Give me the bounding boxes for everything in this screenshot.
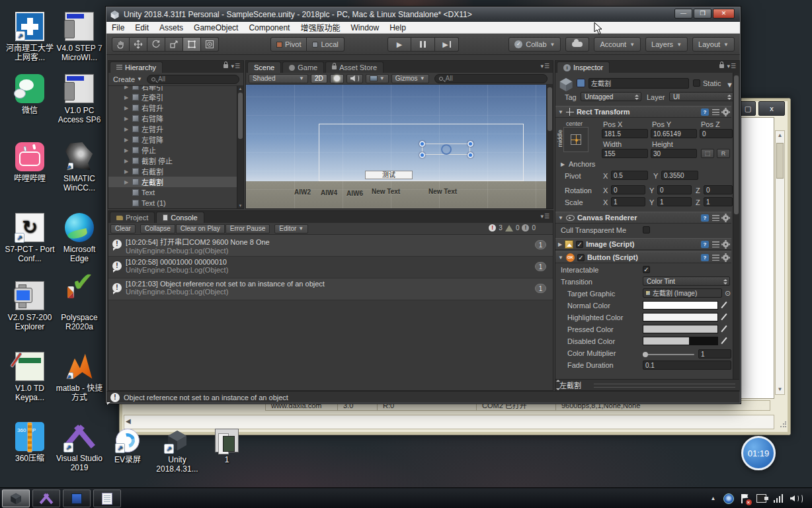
desktop-icon-s7-pct[interactable]: S7-PCT - Port Conf... (4, 213, 56, 263)
scroll-up-arrow[interactable]: ▲ (776, 131, 784, 140)
lighting-toggle[interactable] (330, 74, 344, 83)
pos-z-field[interactable]: 0 (700, 129, 733, 138)
resize-grip[interactable] (780, 421, 786, 428)
taskbar-app-unity[interactable] (2, 489, 30, 507)
desktop-icon-360zip[interactable]: 360压缩 (4, 422, 56, 463)
gear-icon[interactable] (723, 109, 729, 115)
menu-gameobject[interactable]: GameObject (188, 23, 243, 32)
taskbar-app-visual-studio[interactable] (32, 489, 60, 507)
panel-menu[interactable]: ▾☰ (719, 63, 737, 69)
image-script-header[interactable]: ▶ ✓ Image (Script) ? (555, 238, 731, 250)
desktop-icon-ev-recorder[interactable]: EV录屏 (102, 429, 153, 464)
pressed-color-swatch[interactable] (643, 325, 718, 333)
network-plug-icon[interactable] (756, 494, 766, 503)
tree-item[interactable]: ▶右臂降 (108, 113, 237, 124)
button-enabled-checkbox[interactable]: ✓ (577, 254, 585, 261)
help-icon[interactable]: ? (701, 108, 709, 116)
rect-transform-header[interactable]: ▼ Rect Transform ? (555, 106, 731, 118)
scale-z-field[interactable]: 1 (704, 197, 733, 206)
log-entry[interactable]: ! [10:21:03] Object reference not set to… (108, 278, 553, 300)
editor-dropdown[interactable]: Editor▼ (274, 224, 308, 233)
canvas-renderer-header[interactable]: ▼ Canvas Renderer ? (555, 212, 731, 224)
cull-transparent-checkbox[interactable] (643, 226, 650, 233)
transition-dropdown[interactable]: Color Tint (643, 276, 730, 286)
horizontal-scrollbar[interactable]: ◀ (124, 415, 774, 429)
recording-timer-bubble[interactable]: 01:19 (741, 436, 776, 470)
taskbar-app-notepad[interactable] (93, 489, 121, 507)
collapse-button[interactable]: Collapse (140, 224, 175, 233)
desktop-icon-wechat[interactable]: 微信 (4, 74, 56, 115)
taskbar-app-simatic[interactable] (63, 489, 91, 507)
warning-count-icon[interactable] (505, 225, 513, 232)
pivot-toggle-button[interactable]: Pivot (270, 37, 307, 52)
scene-scrollbar[interactable] (546, 85, 553, 208)
static-checkbox[interactable] (693, 79, 700, 87)
maximize-button[interactable]: ▢ (740, 101, 756, 116)
effects-dropdown[interactable]: ▼ (366, 74, 389, 83)
help-icon[interactable]: ? (701, 254, 709, 261)
log-entry[interactable]: ! [10:20:54] 打开串口COM2 9600 None 8 One Un… (108, 235, 553, 257)
width-field[interactable]: 155 (602, 149, 648, 158)
clear-button[interactable]: Clear (110, 224, 136, 233)
desktop-icon-unity[interactable]: Unity 2018.4.31... (151, 429, 203, 474)
hierarchy-scrollbar[interactable]: ▲ ▼ (237, 86, 243, 208)
normal-color-swatch[interactable] (643, 301, 718, 310)
hierarchy-search-input[interactable]: All (147, 75, 239, 84)
foldout-arrow[interactable]: ▶ (558, 241, 562, 247)
tab-project[interactable]: Project (110, 212, 155, 223)
scale-x-field[interactable]: 1 (611, 197, 645, 206)
layout-dropdown[interactable]: Layout▼ (692, 37, 735, 52)
interactable-checkbox[interactable]: ✓ (643, 266, 650, 273)
tree-item[interactable]: Text (1) (108, 198, 237, 208)
2d-toggle[interactable]: 2D (311, 74, 327, 83)
gear-icon[interactable] (723, 241, 729, 247)
rotate-tool-button[interactable] (147, 37, 165, 52)
layers-dropdown[interactable]: Layers▼ (645, 37, 688, 52)
image-enabled-checkbox[interactable]: ✓ (576, 241, 583, 248)
rect-handle-tl[interactable] (419, 141, 425, 147)
eyedropper-icon[interactable] (721, 314, 727, 320)
menu-edit[interactable]: Edit (130, 23, 154, 32)
scroll-left-arrow[interactable]: ◀ (126, 417, 131, 425)
account-dropdown[interactable]: Account▼ (594, 37, 641, 52)
tree-item[interactable]: ▶停止 (108, 145, 237, 155)
action-center-flag-icon[interactable]: ✕ (741, 494, 749, 503)
tab-game[interactable]: Game (282, 62, 324, 73)
help-icon[interactable]: ? (701, 241, 709, 248)
desktop-icon-campus-net[interactable]: 河南理工大学上网客... (4, 12, 56, 62)
tab-inspector[interactable]: i Inspector (557, 62, 610, 73)
clear-on-play-button[interactable]: Clear on Play (176, 224, 225, 233)
panel-menu[interactable]: ▾☰ (540, 213, 550, 220)
footer-dropdown-arrow[interactable] (585, 382, 590, 388)
desktop-icon-pc-access[interactable]: V1.0 PC Access SP6 (54, 74, 105, 124)
ui-test-button[interactable]: 测试 (365, 171, 413, 179)
inspector-scrollbar[interactable]: ▼ (733, 73, 739, 390)
menu-enhanced[interactable]: 增强版功能 (295, 22, 345, 33)
object-name-field[interactable]: 左截割 (589, 78, 689, 89)
pivot-gizmo[interactable] (441, 144, 452, 155)
pause-button[interactable] (411, 37, 435, 52)
blueprint-mode-button[interactable]: ⬚ (701, 149, 714, 158)
hand-tool-button[interactable] (112, 37, 130, 52)
raw-edit-button[interactable]: R (717, 149, 730, 158)
menu-help[interactable]: Help (384, 23, 411, 32)
close-button[interactable]: ✕ (713, 9, 735, 19)
desktop-icon-s7-200[interactable]: V2.0 S7-200 Explorer (4, 281, 56, 331)
presets-icon[interactable] (712, 241, 719, 247)
tree-item[interactable]: ▶右牵引 (108, 86, 237, 92)
desktop-icon-td-keypad[interactable]: V1.0 TD Keypa... (4, 352, 56, 402)
tab-asset-store[interactable]: Asset Store (325, 62, 384, 73)
layer-dropdown[interactable]: UI (669, 92, 734, 101)
anchor-preset-widget[interactable] (563, 127, 589, 152)
foldout-arrow[interactable]: ▼ (558, 109, 563, 115)
eyedropper-icon[interactable] (721, 337, 727, 344)
eyedropper-icon[interactable] (721, 302, 727, 308)
presets-icon[interactable] (712, 255, 719, 261)
signal-bars-icon[interactable] (774, 494, 784, 503)
menu-file[interactable]: File (106, 23, 130, 32)
desktop-icon-edge[interactable]: Microsoft Edge (54, 213, 105, 263)
desktop-icon-one[interactable]: 1 (201, 429, 253, 464)
object-picker-icon[interactable]: ⊙ (725, 289, 731, 298)
help-icon[interactable]: ? (701, 214, 709, 222)
fade-duration-field[interactable]: 0.1 (643, 360, 731, 370)
